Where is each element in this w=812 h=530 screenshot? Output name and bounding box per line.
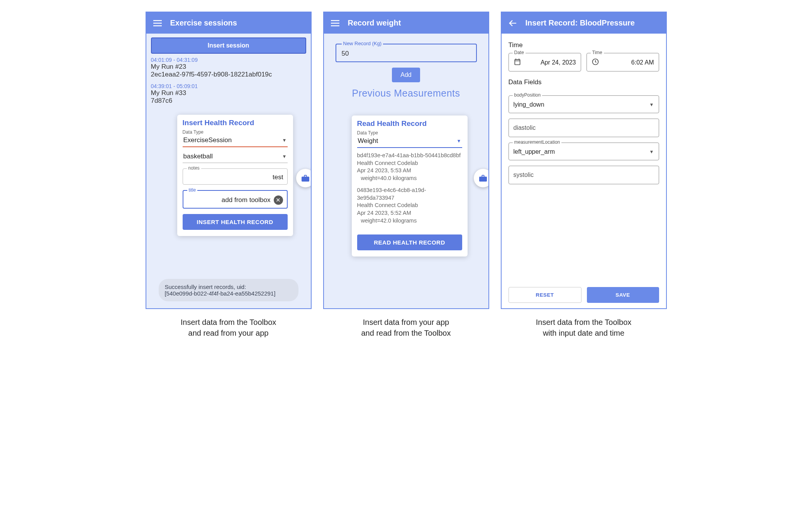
clear-icon[interactable]: ✕ [274,195,283,205]
app-bar-1: Exercise sessions [146,12,311,34]
data-type-label: Data Type [357,130,462,136]
phone-2-body: New Record (Kg) 50 Add Previous Measurem… [324,34,488,308]
card-title: Insert Health Record [183,119,288,127]
phone-3: Insert Record: BloodPressure Time Date A… [501,12,667,309]
body-position-select[interactable]: bodyPosition lying_down ▼ [509,95,659,113]
insert-session-button[interactable]: Insert session [151,37,306,54]
svg-rect-2 [153,25,162,26]
notes-field[interactable]: notes test [183,168,288,185]
measurement-location-select[interactable]: measurementLocation left_upper_arm ▼ [509,143,659,160]
diastolic-field[interactable]: diastolic [509,119,659,137]
app-bar-title: Record weight [348,19,401,27]
data-type-value: ExerciseSession [183,136,232,144]
caption-3: Insert data from the Toolbox with input … [536,317,632,338]
time-value: 6:02 AM [605,59,654,66]
record-item: 0483e193-e4c6-4cb8-a19d-3e95da733947 Hea… [357,187,462,224]
read-records-list: bd4f193e-e7a4-41aa-b1bb-50441b8cd8bf Hea… [357,152,462,224]
session-uid: 7d87c6 [151,97,306,105]
clock-icon [592,58,599,67]
record-app: Health Connect Codelab [357,202,462,209]
dropdown-caret-icon: ▼ [282,138,287,143]
dropdown-caret-icon: ▼ [457,138,461,144]
app-bar-title: Insert Record: BloodPressure [526,19,635,27]
record-id: 0483e193-e4c6-4cb8-a19d-3e95da733947 [357,187,462,202]
toast-message: Successfully insert records, uid: [540e0… [158,279,298,301]
card-title: Read Health Record [357,119,462,128]
save-button[interactable]: SAVE [587,287,659,303]
dropdown-caret-icon: ▼ [282,154,287,159]
phone-2: Record weight New Record (Kg) 50 Add Pre… [323,12,489,309]
svg-rect-1 [153,22,162,23]
previous-measurements-header: Previous Measurements [329,88,484,99]
diastolic-label: diastolic [514,124,536,131]
phone-1-body: Insert session 04:01:09 - 04:31:09 My Ru… [146,34,311,308]
hamburger-icon[interactable] [153,20,162,26]
title-field[interactable]: title add from toolbox ✕ [183,190,288,209]
session-title: My Run #23 [151,63,306,71]
body-position-legend: bodyPosition [513,92,542,98]
record-date: Apr 24 2023, 5:52 AM [357,209,462,217]
toolbox-fab[interactable] [296,169,311,187]
app-bar-2: Record weight [324,12,488,34]
reset-button[interactable]: RESET [509,287,581,303]
data-type-select[interactable]: Weight ▼ [357,136,462,148]
read-health-record-card: Read Health Record Data Type Weight ▼ bd… [352,116,468,257]
record-app: Health Connect Codelab [357,160,462,167]
caption-1: Insert data from the Toolbox and read fr… [181,317,276,338]
body-position-value: lying_down [514,101,544,108]
date-value: Apr 24, 2023 [527,59,576,66]
svg-rect-3 [331,20,339,21]
exercise-type-select[interactable]: basketball ▼ [183,151,288,163]
toast-line-2: [540e099d-b022-4f4f-ba24-ea55b4252291] [164,290,292,297]
phone-1: Exercise sessions Insert session 04:01:0… [146,12,312,309]
data-type-select[interactable]: ExerciseSession ▼ [183,135,288,147]
back-arrow-icon[interactable] [509,20,517,27]
record-date: Apr 24 2023, 5:53 AM [357,167,462,175]
date-legend: Date [513,50,526,55]
svg-rect-0 [153,20,162,21]
new-record-value: 50 [342,50,349,57]
session-time: 04:39:01 - 05:09:01 [151,83,306,89]
toolbox-fab[interactable] [474,169,488,187]
data-fields-label: Data Fields [509,78,659,86]
title-legend: title [187,187,198,193]
caption-2: Insert data from your app and read from … [361,317,451,338]
systolic-field[interactable]: systolic [509,166,659,184]
session-time: 04:01:09 - 04:31:09 [151,57,306,63]
dropdown-caret-icon: ▼ [649,149,654,155]
record-item: bd4f193e-e7a4-41aa-b1bb-50441b8cd8bf Hea… [357,152,462,182]
insert-health-record-button[interactable]: INSERT HEALTH RECORD [183,214,288,230]
session-item-1[interactable]: 04:01:09 - 04:31:09 My Run #23 2ec1eaa2-… [151,57,306,78]
calendar-icon [514,58,521,67]
notes-value: test [273,173,283,181]
time-section-label: Time [509,41,659,49]
app-bar-title: Exercise sessions [170,19,237,27]
record-weight: weight=42.0 kilograms [357,217,462,225]
session-uid: 2ec1eaa2-97f5-4597-b908-18221abf019c [151,71,306,78]
toast-line-1: Successfully insert records, uid: [164,284,292,290]
app-bar-3: Insert Record: BloodPressure [502,12,666,34]
footer-buttons: RESET SAVE [509,279,659,303]
phone-3-column: Insert Record: BloodPressure Time Date A… [501,12,667,338]
phone-2-column: Record weight New Record (Kg) 50 Add Pre… [323,12,489,338]
record-weight: weight=40.0 kilograms [357,175,462,182]
notes-legend: notes [187,165,201,171]
read-health-record-button[interactable]: READ HEALTH RECORD [357,234,462,250]
dropdown-caret-icon: ▼ [649,102,654,107]
phone-1-column: Exercise sessions Insert session 04:01:0… [146,12,312,338]
data-type-label: Data Type [183,129,288,135]
new-record-field[interactable]: New Record (Kg) 50 [336,44,477,62]
session-item-2[interactable]: 04:39:01 - 05:09:01 My Run #33 7d87c6 [151,83,306,105]
svg-rect-5 [331,25,339,26]
measurement-location-value: left_upper_arm [514,148,555,155]
insert-health-record-card: Insert Health Record Data Type ExerciseS… [177,115,293,236]
measurement-location-legend: measurementLocation [513,139,562,145]
date-picker[interactable]: Date Apr 24, 2023 [509,53,581,71]
add-button[interactable]: Add [392,68,420,82]
hamburger-icon[interactable] [331,20,339,26]
time-picker[interactable]: Time 6:02 AM [587,53,659,71]
record-id: bd4f193e-e7a4-41aa-b1bb-50441b8cd8bf [357,152,462,160]
data-type-value: Weight [358,137,378,145]
phone-3-body: Time Date Apr 24, 2023 Time 6:02 AM [502,34,666,308]
time-legend: Time [591,50,604,55]
